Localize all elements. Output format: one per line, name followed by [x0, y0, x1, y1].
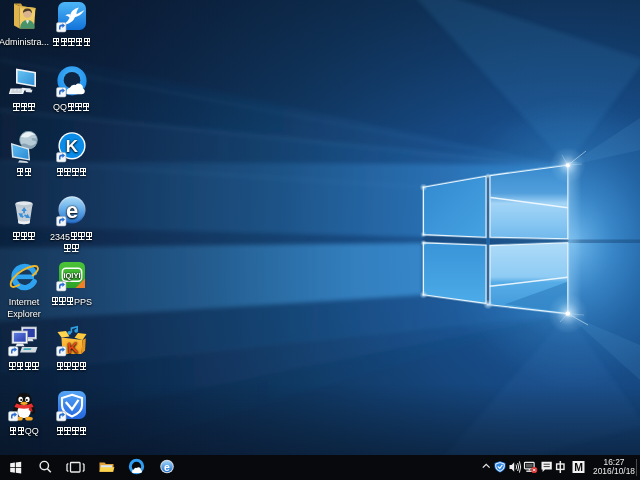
svg-text:e: e — [164, 461, 170, 473]
svg-text:iQIYI: iQIYI — [63, 271, 80, 280]
svg-text:K: K — [66, 338, 78, 356]
svg-text:M: M — [574, 461, 583, 473]
svg-text:e: e — [66, 198, 78, 223]
svg-text:K: K — [65, 137, 78, 156]
